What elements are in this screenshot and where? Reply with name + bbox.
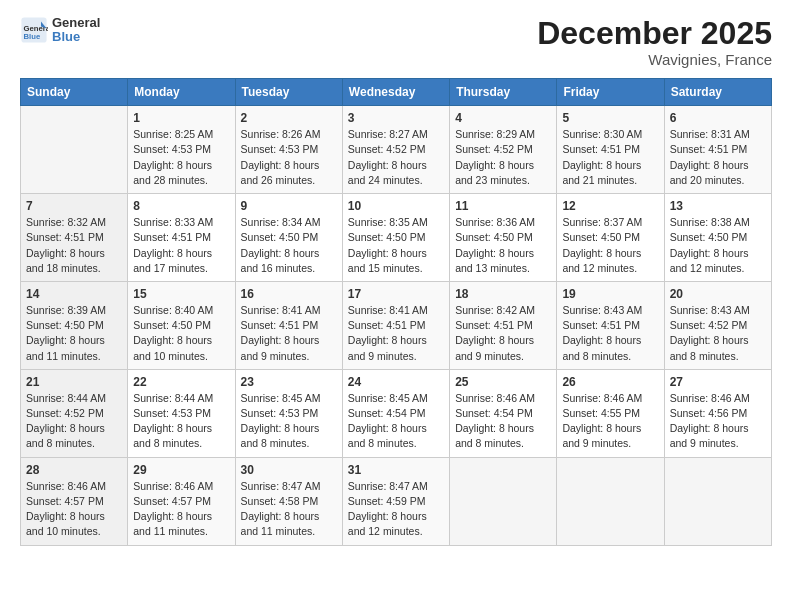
cell-info: Sunrise: 8:43 AMSunset: 4:51 PMDaylight:… — [562, 303, 658, 364]
cell-info: Sunrise: 8:32 AMSunset: 4:51 PMDaylight:… — [26, 215, 122, 276]
calendar-week-row: 21Sunrise: 8:44 AMSunset: 4:52 PMDayligh… — [21, 369, 772, 457]
cell-info: Sunrise: 8:30 AMSunset: 4:51 PMDaylight:… — [562, 127, 658, 188]
day-number: 13 — [670, 199, 766, 213]
day-number: 15 — [133, 287, 229, 301]
day-number: 23 — [241, 375, 337, 389]
cell-info: Sunrise: 8:25 AMSunset: 4:53 PMDaylight:… — [133, 127, 229, 188]
logo-icon: General Blue — [20, 16, 48, 44]
day-number: 12 — [562, 199, 658, 213]
svg-text:Blue: Blue — [24, 32, 41, 41]
calendar-cell — [450, 457, 557, 545]
day-number: 16 — [241, 287, 337, 301]
day-number: 11 — [455, 199, 551, 213]
cell-info: Sunrise: 8:35 AMSunset: 4:50 PMDaylight:… — [348, 215, 444, 276]
calendar-table: Sunday Monday Tuesday Wednesday Thursday… — [20, 78, 772, 545]
cell-info: Sunrise: 8:29 AMSunset: 4:52 PMDaylight:… — [455, 127, 551, 188]
calendar-cell: 30Sunrise: 8:47 AMSunset: 4:58 PMDayligh… — [235, 457, 342, 545]
day-number: 14 — [26, 287, 122, 301]
day-number: 2 — [241, 111, 337, 125]
cell-info: Sunrise: 8:38 AMSunset: 4:50 PMDaylight:… — [670, 215, 766, 276]
calendar-cell: 4Sunrise: 8:29 AMSunset: 4:52 PMDaylight… — [450, 106, 557, 194]
col-wednesday: Wednesday — [342, 79, 449, 106]
cell-info: Sunrise: 8:44 AMSunset: 4:52 PMDaylight:… — [26, 391, 122, 452]
calendar-week-row: 7Sunrise: 8:32 AMSunset: 4:51 PMDaylight… — [21, 194, 772, 282]
day-number: 31 — [348, 463, 444, 477]
calendar-cell: 1Sunrise: 8:25 AMSunset: 4:53 PMDaylight… — [128, 106, 235, 194]
calendar-cell: 17Sunrise: 8:41 AMSunset: 4:51 PMDayligh… — [342, 281, 449, 369]
calendar-cell: 12Sunrise: 8:37 AMSunset: 4:50 PMDayligh… — [557, 194, 664, 282]
day-number: 8 — [133, 199, 229, 213]
calendar-week-row: 28Sunrise: 8:46 AMSunset: 4:57 PMDayligh… — [21, 457, 772, 545]
day-number: 22 — [133, 375, 229, 389]
logo: General Blue General Blue — [20, 16, 100, 45]
day-number: 29 — [133, 463, 229, 477]
day-number: 26 — [562, 375, 658, 389]
calendar-cell: 3Sunrise: 8:27 AMSunset: 4:52 PMDaylight… — [342, 106, 449, 194]
cell-info: Sunrise: 8:26 AMSunset: 4:53 PMDaylight:… — [241, 127, 337, 188]
cell-info: Sunrise: 8:46 AMSunset: 4:57 PMDaylight:… — [133, 479, 229, 540]
day-number: 7 — [26, 199, 122, 213]
cell-info: Sunrise: 8:46 AMSunset: 4:55 PMDaylight:… — [562, 391, 658, 452]
col-saturday: Saturday — [664, 79, 771, 106]
calendar-cell: 13Sunrise: 8:38 AMSunset: 4:50 PMDayligh… — [664, 194, 771, 282]
cell-info: Sunrise: 8:46 AMSunset: 4:57 PMDaylight:… — [26, 479, 122, 540]
cell-info: Sunrise: 8:45 AMSunset: 4:53 PMDaylight:… — [241, 391, 337, 452]
calendar-cell: 11Sunrise: 8:36 AMSunset: 4:50 PMDayligh… — [450, 194, 557, 282]
calendar-cell: 9Sunrise: 8:34 AMSunset: 4:50 PMDaylight… — [235, 194, 342, 282]
day-number: 9 — [241, 199, 337, 213]
calendar-cell: 8Sunrise: 8:33 AMSunset: 4:51 PMDaylight… — [128, 194, 235, 282]
calendar-week-row: 1Sunrise: 8:25 AMSunset: 4:53 PMDaylight… — [21, 106, 772, 194]
calendar-cell: 28Sunrise: 8:46 AMSunset: 4:57 PMDayligh… — [21, 457, 128, 545]
calendar-cell: 27Sunrise: 8:46 AMSunset: 4:56 PMDayligh… — [664, 369, 771, 457]
cell-info: Sunrise: 8:40 AMSunset: 4:50 PMDaylight:… — [133, 303, 229, 364]
calendar-cell: 2Sunrise: 8:26 AMSunset: 4:53 PMDaylight… — [235, 106, 342, 194]
calendar-cell: 26Sunrise: 8:46 AMSunset: 4:55 PMDayligh… — [557, 369, 664, 457]
calendar-page: General Blue General Blue December 2025 … — [0, 0, 792, 612]
day-number: 27 — [670, 375, 766, 389]
calendar-cell: 16Sunrise: 8:41 AMSunset: 4:51 PMDayligh… — [235, 281, 342, 369]
header: General Blue General Blue December 2025 … — [20, 16, 772, 68]
cell-info: Sunrise: 8:39 AMSunset: 4:50 PMDaylight:… — [26, 303, 122, 364]
day-number: 24 — [348, 375, 444, 389]
calendar-cell — [664, 457, 771, 545]
cell-info: Sunrise: 8:36 AMSunset: 4:50 PMDaylight:… — [455, 215, 551, 276]
day-number: 1 — [133, 111, 229, 125]
day-number: 3 — [348, 111, 444, 125]
cell-info: Sunrise: 8:34 AMSunset: 4:50 PMDaylight:… — [241, 215, 337, 276]
logo-blue: Blue — [52, 30, 100, 44]
logo-general: General — [52, 16, 100, 30]
cell-info: Sunrise: 8:31 AMSunset: 4:51 PMDaylight:… — [670, 127, 766, 188]
calendar-cell: 6Sunrise: 8:31 AMSunset: 4:51 PMDaylight… — [664, 106, 771, 194]
calendar-cell: 31Sunrise: 8:47 AMSunset: 4:59 PMDayligh… — [342, 457, 449, 545]
calendar-cell: 22Sunrise: 8:44 AMSunset: 4:53 PMDayligh… — [128, 369, 235, 457]
cell-info: Sunrise: 8:41 AMSunset: 4:51 PMDaylight:… — [241, 303, 337, 364]
cell-info: Sunrise: 8:43 AMSunset: 4:52 PMDaylight:… — [670, 303, 766, 364]
calendar-cell: 15Sunrise: 8:40 AMSunset: 4:50 PMDayligh… — [128, 281, 235, 369]
cell-info: Sunrise: 8:44 AMSunset: 4:53 PMDaylight:… — [133, 391, 229, 452]
day-number: 10 — [348, 199, 444, 213]
day-number: 25 — [455, 375, 551, 389]
col-monday: Monday — [128, 79, 235, 106]
col-sunday: Sunday — [21, 79, 128, 106]
calendar-title: December 2025 — [537, 16, 772, 51]
col-tuesday: Tuesday — [235, 79, 342, 106]
calendar-cell: 18Sunrise: 8:42 AMSunset: 4:51 PMDayligh… — [450, 281, 557, 369]
cell-info: Sunrise: 8:46 AMSunset: 4:56 PMDaylight:… — [670, 391, 766, 452]
day-number: 19 — [562, 287, 658, 301]
calendar-cell: 7Sunrise: 8:32 AMSunset: 4:51 PMDaylight… — [21, 194, 128, 282]
cell-info: Sunrise: 8:46 AMSunset: 4:54 PMDaylight:… — [455, 391, 551, 452]
calendar-cell: 29Sunrise: 8:46 AMSunset: 4:57 PMDayligh… — [128, 457, 235, 545]
calendar-cell: 23Sunrise: 8:45 AMSunset: 4:53 PMDayligh… — [235, 369, 342, 457]
calendar-header: Sunday Monday Tuesday Wednesday Thursday… — [21, 79, 772, 106]
day-number: 6 — [670, 111, 766, 125]
calendar-week-row: 14Sunrise: 8:39 AMSunset: 4:50 PMDayligh… — [21, 281, 772, 369]
title-block: December 2025 Wavignies, France — [537, 16, 772, 68]
day-number: 21 — [26, 375, 122, 389]
cell-info: Sunrise: 8:47 AMSunset: 4:58 PMDaylight:… — [241, 479, 337, 540]
calendar-cell: 24Sunrise: 8:45 AMSunset: 4:54 PMDayligh… — [342, 369, 449, 457]
calendar-cell — [21, 106, 128, 194]
calendar-cell: 19Sunrise: 8:43 AMSunset: 4:51 PMDayligh… — [557, 281, 664, 369]
calendar-subtitle: Wavignies, France — [537, 51, 772, 68]
cell-info: Sunrise: 8:47 AMSunset: 4:59 PMDaylight:… — [348, 479, 444, 540]
cell-info: Sunrise: 8:33 AMSunset: 4:51 PMDaylight:… — [133, 215, 229, 276]
